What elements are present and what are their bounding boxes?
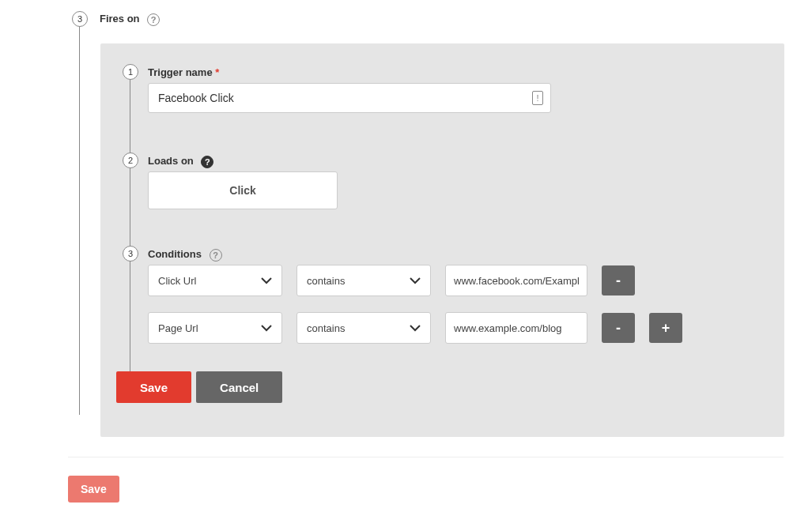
loads-on-value-wrap: Click	[148, 171, 338, 209]
panel-button-row: Save Cancel	[116, 371, 282, 403]
help-icon[interactable]: ?	[147, 13, 160, 26]
contact-card-icon: !	[532, 91, 543, 105]
help-icon[interactable]: ?	[210, 249, 222, 262]
trigger-name-input[interactable]	[148, 83, 551, 113]
conditions-label: Conditions ?	[148, 248, 222, 262]
remove-condition-button[interactable]: -	[602, 265, 635, 295]
condition-operator-select[interactable]: contains	[296, 265, 431, 296]
save-button[interactable]: Save	[116, 371, 191, 403]
add-condition-button[interactable]: +	[649, 313, 682, 343]
chevron-down-icon	[410, 324, 421, 332]
condition-field-select[interactable]: Page Url	[148, 312, 282, 344]
condition-value-input[interactable]	[445, 312, 587, 344]
condition-row: Page Url contains - +	[148, 312, 682, 344]
sub-step-circle-2: 2	[123, 152, 138, 168]
help-icon[interactable]: ?	[201, 156, 213, 168]
sub-step-circle-3: 3	[123, 246, 138, 262]
fires-on-label: Fires on ?	[100, 13, 160, 26]
loads-on-label: Loads on ?	[148, 155, 213, 168]
outer-timeline-line	[79, 24, 80, 415]
chevron-down-icon	[410, 277, 421, 284]
condition-row: Click Url contains -	[148, 265, 635, 296]
sub-step-circle-1: 1	[123, 64, 138, 80]
condition-field-select[interactable]: Click Url	[148, 265, 282, 296]
chevron-down-icon	[261, 324, 272, 332]
fires-on-panel: 1 Trigger name * ! 2 Loads on ? Click 3 …	[100, 43, 784, 437]
outer-step-circle-3: 3	[72, 11, 88, 27]
divider	[68, 457, 784, 457]
trigger-name-label: Trigger name *	[148, 66, 219, 78]
cancel-button[interactable]: Cancel	[196, 371, 282, 403]
chevron-down-icon	[261, 277, 272, 284]
trigger-name-input-wrap: !	[148, 83, 551, 113]
inner-timeline-line	[130, 78, 130, 386]
page-save-button[interactable]: Save	[68, 476, 119, 503]
loads-on-click-box[interactable]: Click	[148, 171, 338, 209]
condition-operator-select[interactable]: contains	[296, 312, 431, 344]
condition-value-input[interactable]	[445, 265, 587, 296]
remove-condition-button[interactable]: -	[602, 313, 635, 343]
